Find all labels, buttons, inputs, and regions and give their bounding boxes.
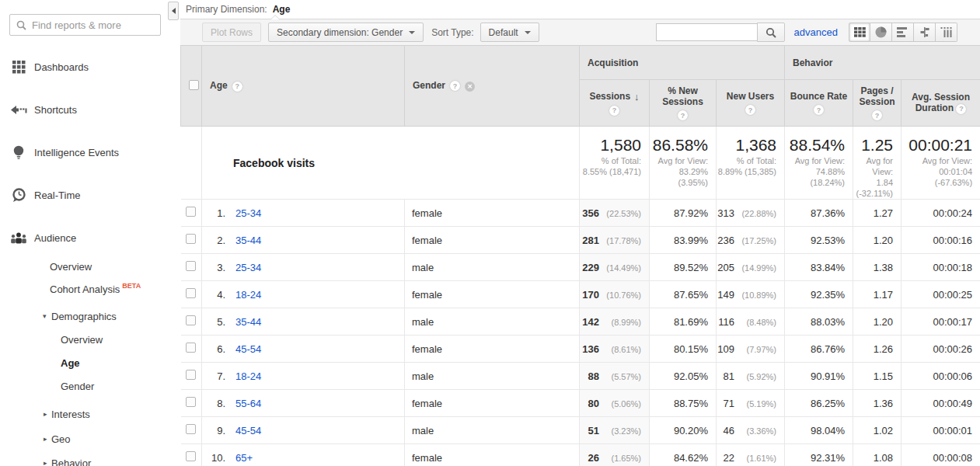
view-data-table-button[interactable] xyxy=(849,23,870,42)
sidebar-item-demographics-gender[interactable]: Gender xyxy=(0,377,167,395)
report-toolbar: Plot Rows Secondary dimension: Gender So… xyxy=(180,19,980,45)
table-row: 10.65+female26(1.65%)84.62%22(1.61%)92.3… xyxy=(181,444,980,466)
column-header-age[interactable]: Age xyxy=(202,46,405,127)
view-pivot-button[interactable] xyxy=(936,23,957,42)
help-icon[interactable] xyxy=(814,105,824,115)
summary-new-users: 1,368% of Total: 8.89% (15,385) xyxy=(717,127,785,200)
row-select-cell xyxy=(181,254,202,281)
row-select-cell xyxy=(181,336,202,363)
help-icon[interactable] xyxy=(609,106,619,116)
new-sessions-cell: 87.65% xyxy=(650,281,717,308)
primary-dimension-tab-age[interactable]: Age xyxy=(273,4,291,15)
table-row: 6.45-54female136(8.61%)80.15%109(7.97%)8… xyxy=(181,336,980,363)
beta-badge: BETA xyxy=(122,282,141,290)
age-link[interactable]: 35-44 xyxy=(235,316,261,328)
row-checkbox[interactable] xyxy=(186,234,196,244)
view-performance-button[interactable] xyxy=(892,23,914,42)
avg-duration-cell: 00:00:25 xyxy=(902,281,980,308)
row-checkbox[interactable] xyxy=(186,343,196,353)
table-row: 3.25-34male229(14.49%)89.52%205(14.99%)8… xyxy=(181,254,980,281)
sidebar-item-cohort-analysis[interactable]: Cohort Analysis BETA xyxy=(0,280,167,297)
column-header-pages-session[interactable]: Pages / Session xyxy=(853,80,902,127)
help-icon[interactable] xyxy=(872,110,882,120)
column-header-sessions[interactable]: Sessions↓ xyxy=(580,80,650,127)
column-header-new-sessions[interactable]: % New Sessions xyxy=(650,80,717,127)
row-checkbox[interactable] xyxy=(186,397,196,407)
plot-rows-button[interactable]: Plot Rows xyxy=(202,23,261,42)
sidebar-item-audience[interactable]: Audience xyxy=(0,229,167,246)
summary-sessions: 1,580% of Total: 8.55% (18,471) xyxy=(580,127,650,200)
table-search-input[interactable] xyxy=(656,23,757,41)
age-link[interactable]: 45-54 xyxy=(235,343,261,355)
sidebar-item-interests[interactable]: ▸ Interests xyxy=(0,405,167,423)
report-main: Primary Dimension: Age Plot Rows Seconda… xyxy=(180,0,980,466)
sidebar-item-geo[interactable]: ▸ Geo xyxy=(0,430,167,447)
row-checkbox[interactable] xyxy=(186,424,196,434)
help-icon[interactable] xyxy=(956,104,966,114)
pages-session-cell: 1.26 xyxy=(853,336,902,363)
sidebar-search[interactable] xyxy=(9,14,161,36)
sidebar-item-behavior[interactable]: ▸ Behavior xyxy=(0,454,167,466)
age-link[interactable]: 25-34 xyxy=(235,207,261,219)
chevron-right-icon: ▸ xyxy=(44,435,47,443)
view-comparison-button[interactable] xyxy=(914,23,936,42)
sidebar-item-label: Intelligence Events xyxy=(34,147,119,158)
avg-duration-cell: 00:00:18 xyxy=(902,254,980,281)
row-select-cell xyxy=(181,308,202,336)
row-checkbox[interactable] xyxy=(186,288,196,298)
gender-cell: female xyxy=(405,281,580,308)
table-search-button[interactable] xyxy=(757,23,785,42)
age-cell: 6.45-54 xyxy=(202,336,405,363)
select-all-checkbox[interactable] xyxy=(189,80,199,90)
pages-session-cell: 1.15 xyxy=(853,363,902,390)
advanced-search-link[interactable]: advanced xyxy=(794,26,838,38)
remove-secondary-dimension-icon[interactable] xyxy=(465,82,475,92)
row-checkbox[interactable] xyxy=(186,451,196,461)
row-checkbox[interactable] xyxy=(186,315,196,325)
new-users-cell: 313(22.88%) xyxy=(717,200,785,227)
age-link[interactable]: 18-24 xyxy=(235,370,261,382)
age-link[interactable]: 18-24 xyxy=(235,289,261,301)
view-percentage-button[interactable] xyxy=(870,23,892,42)
sidebar-item-intelligence-events[interactable]: Intelligence Events xyxy=(0,144,167,161)
sidebar-item-demographics[interactable]: ▾ Demographics xyxy=(0,308,167,325)
row-checkbox[interactable] xyxy=(186,261,196,271)
bounce-rate-cell: 86.25% xyxy=(785,390,853,417)
secondary-dimension-dropdown[interactable]: Secondary dimension: Gender xyxy=(268,23,424,42)
age-link[interactable]: 35-44 xyxy=(235,235,261,246)
search-input[interactable] xyxy=(32,19,154,31)
row-checkbox[interactable] xyxy=(186,207,196,217)
column-header-avg-duration[interactable]: Avg. Session Duration xyxy=(902,80,980,127)
gender-cell: female xyxy=(405,390,580,417)
age-cell: 4.18-24 xyxy=(202,281,405,308)
avg-duration-cell: 00:00:26 xyxy=(902,336,980,363)
column-header-new-users[interactable]: New Users xyxy=(717,80,785,127)
row-checkbox[interactable] xyxy=(186,370,196,380)
sidebar-item-demographics-age[interactable]: Age xyxy=(0,354,167,371)
help-icon[interactable] xyxy=(450,81,460,91)
sidebar-item-demographics-overview[interactable]: Overview xyxy=(0,331,167,348)
bounce-rate-cell: 92.35% xyxy=(785,281,853,308)
help-icon[interactable] xyxy=(745,105,755,115)
age-link[interactable]: 25-34 xyxy=(235,262,261,273)
gender-cell: male xyxy=(405,417,580,444)
segment-label: Facebook visits xyxy=(202,127,580,200)
help-icon[interactable] xyxy=(232,82,242,92)
sidebar-collapse-button[interactable] xyxy=(168,2,179,20)
select-all-cell xyxy=(181,46,202,127)
sessions-cell: 136(8.61%) xyxy=(580,336,650,363)
help-icon[interactable] xyxy=(678,110,688,120)
sidebar-item-audience-overview[interactable]: Overview xyxy=(0,258,167,275)
age-link[interactable]: 45-54 xyxy=(235,425,261,436)
sort-type-dropdown[interactable]: Default xyxy=(480,23,539,42)
sidebar: Dashboards Shortcuts Intelligence Events… xyxy=(0,0,167,466)
sidebar-item-dashboards[interactable]: Dashboards xyxy=(0,58,167,75)
chevron-right-icon: ▸ xyxy=(44,410,47,418)
column-header-gender[interactable]: Gender xyxy=(405,46,580,127)
sidebar-item-shortcuts[interactable]: Shortcuts xyxy=(0,101,167,118)
column-header-bounce-rate[interactable]: Bounce Rate xyxy=(785,80,853,127)
age-link[interactable]: 55-64 xyxy=(235,398,261,409)
sidebar-item-real-time[interactable]: Real-Time xyxy=(0,186,167,203)
gender-cell: female xyxy=(405,336,580,363)
age-link[interactable]: 65+ xyxy=(235,452,253,464)
